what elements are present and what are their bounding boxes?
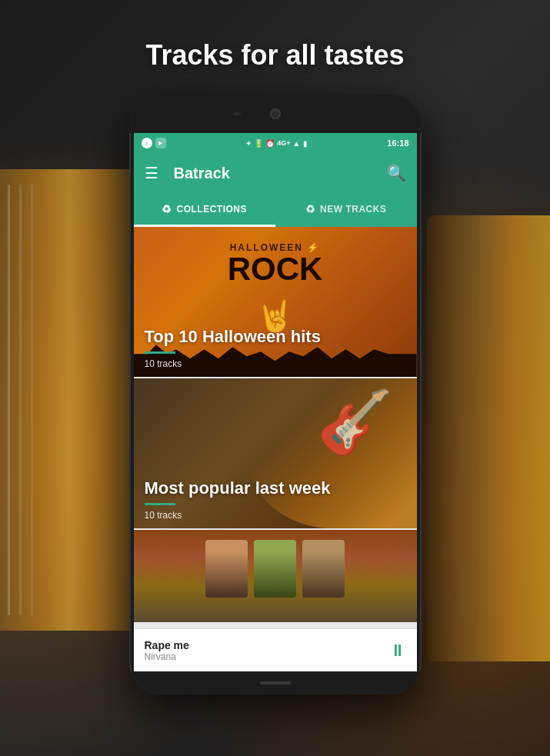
- battery-icon: 🔋: [254, 139, 263, 148]
- band-card[interactable]: [134, 530, 417, 622]
- tab-collections[interactable]: ♻ COLLECTIONS: [134, 193, 275, 227]
- popular-tracks: 10 tracks: [145, 510, 406, 521]
- signal-icon: 4G+: [277, 139, 290, 147]
- guitar-left-decoration: [0, 169, 138, 631]
- collections-tab-label: COLLECTIONS: [177, 204, 248, 215]
- halloween-card[interactable]: HALLOWEEN ⚡ ROCK 🤘 Top 10 Halloween hits…: [134, 227, 417, 377]
- tab-new-tracks[interactable]: ♻ NEW TRACKS: [275, 193, 417, 227]
- guitar-right-decoration: [427, 215, 550, 661]
- collections-tab-icon: ♻: [162, 203, 172, 215]
- tab-bar: ♻ COLLECTIONS ♻ NEW TRACKS: [134, 193, 417, 227]
- wifi-icon: ▲: [293, 139, 301, 148]
- phone-camera: [270, 108, 281, 119]
- band-member-2: [254, 540, 296, 598]
- battery-full-icon: ▮: [303, 139, 308, 148]
- phone-bottom-bezel: [129, 671, 422, 694]
- guitar-player-icon: 🎸: [317, 386, 394, 458]
- toolbar: ☰ Batrack 🔍: [134, 153, 417, 193]
- now-playing-bar[interactable]: Rape me Nirvana ⏸: [134, 628, 417, 671]
- now-playing-artist: Nirvana: [145, 651, 389, 662]
- halloween-card-title: Top 10 Halloween hits: [145, 327, 406, 347]
- popular-card[interactable]: 🎸 Most popular last week 10 tracks: [134, 378, 417, 528]
- status-time: 16:18: [387, 138, 408, 148]
- status-app-icon: ▶: [155, 138, 166, 148]
- bluetooth-icon: ✦: [245, 139, 252, 148]
- pause-button[interactable]: ⏸: [389, 641, 406, 661]
- status-bar: ♪ ▶ ✦ 🔋 ⏰ 4G+ ▲ ▮ 16:18: [134, 133, 417, 153]
- halloween-divider: [145, 351, 175, 354]
- phone-frame: ♪ ▶ ✦ 🔋 ⏰ 4G+ ▲ ▮ 16:18 ☰ Batrack 🔍: [129, 95, 422, 694]
- popular-card-title: Most popular last week: [145, 478, 406, 498]
- halloween-art: HALLOWEEN ⚡ ROCK: [228, 242, 323, 285]
- status-music-icon: ♪: [142, 138, 152, 148]
- now-playing-title: Rape me: [145, 639, 389, 651]
- popular-card-info: Most popular last week 10 tracks: [134, 471, 417, 528]
- status-system-icons: ✦ 🔋 ⏰ 4G+ ▲ ▮: [245, 139, 307, 148]
- page-title: Tracks for all tastes: [145, 38, 404, 72]
- content-area: HALLOWEEN ⚡ ROCK 🤘 Top 10 Halloween hits…: [134, 227, 417, 628]
- band-card-bg: [134, 530, 417, 622]
- playback-controls[interactable]: ⏸: [389, 641, 406, 661]
- halloween-tracks: 10 tracks: [145, 358, 406, 369]
- status-left-icons: ♪ ▶: [142, 138, 166, 148]
- time-display: 16:18: [387, 138, 408, 148]
- search-button[interactable]: 🔍: [387, 164, 406, 182]
- new-tracks-tab-icon: ♻: [305, 203, 316, 215]
- rock-label: ROCK: [228, 253, 323, 285]
- band-member-3: [302, 540, 345, 598]
- alarm-icon: ⏰: [265, 139, 275, 148]
- halloween-card-info: Top 10 Halloween hits 10 tracks: [134, 319, 417, 377]
- menu-button[interactable]: ☰: [145, 164, 158, 182]
- app-title: Batrack: [174, 165, 387, 182]
- phone-screen: ♪ ▶ ✦ 🔋 ⏰ 4G+ ▲ ▮ 16:18 ☰ Batrack 🔍: [134, 133, 417, 671]
- new-tracks-tab-label: NEW TRACKS: [320, 204, 386, 215]
- popular-divider: [145, 503, 175, 505]
- band-members-container: [134, 530, 417, 607]
- band-member-1: [205, 540, 248, 598]
- home-indicator: [260, 681, 291, 684]
- phone-top-bezel: [129, 95, 422, 133]
- now-playing-info: Rape me Nirvana: [145, 639, 389, 662]
